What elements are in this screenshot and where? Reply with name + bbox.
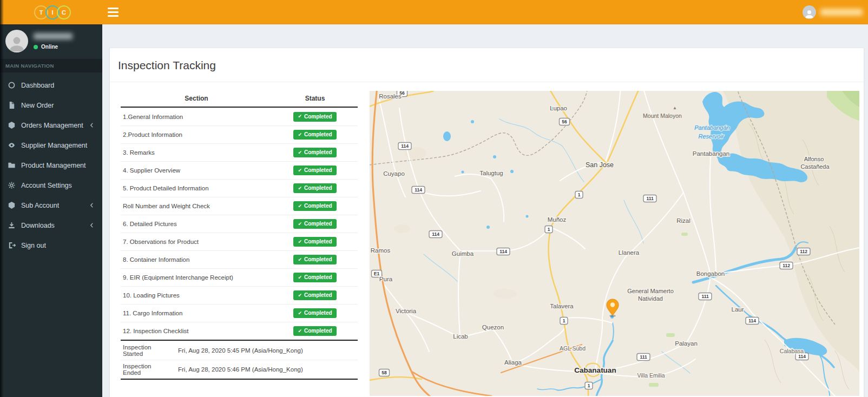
table-row: 7. Observations for Product✔Completed bbox=[121, 233, 358, 250]
table-row: 4. Supplier Overview✔Completed bbox=[121, 161, 358, 179]
status-badge: ✔Completed bbox=[293, 326, 336, 336]
map-label-pura: Pura bbox=[379, 276, 393, 282]
sidebar-menu: DashboardNew OrderOrders ManagementSuppl… bbox=[0, 72, 102, 255]
folder-icon bbox=[8, 161, 16, 169]
section-cell: 1.General Information bbox=[121, 114, 272, 120]
map-label-natividad: Natividad bbox=[638, 295, 663, 302]
check-icon: ✔ bbox=[298, 275, 302, 280]
peak-triangle-icon: ▲ bbox=[673, 105, 677, 110]
table-row: 5. Product Detailed Information✔Complete… bbox=[121, 179, 358, 197]
map-label-quezon: Quezon bbox=[482, 324, 504, 330]
svg-text:114: 114 bbox=[798, 354, 806, 359]
route-shield-111: 111 bbox=[643, 195, 656, 202]
gear-icon bbox=[8, 181, 16, 189]
sidebar-item-downloads[interactable]: Downloads bbox=[0, 215, 102, 235]
svg-text:114: 114 bbox=[401, 143, 409, 149]
table-header-row: Section Status bbox=[121, 91, 358, 108]
svg-text:112: 112 bbox=[800, 249, 807, 254]
map-label-muñoz: Muñoz bbox=[548, 216, 567, 223]
svg-text:111: 111 bbox=[640, 354, 647, 360]
sidebar-item-supplier-management[interactable]: Supplier Management bbox=[0, 135, 102, 155]
route-shield-1: 1 bbox=[545, 226, 553, 233]
table-row: 3. Remarks✔Completed bbox=[121, 143, 358, 161]
route-shield-1: 1 bbox=[560, 317, 568, 325]
section-cell: 2.Product Information bbox=[121, 131, 272, 138]
sidebar-item-orders-management[interactable]: Orders Management bbox=[0, 115, 102, 135]
svg-text:1: 1 bbox=[578, 192, 581, 197]
logo-letter-c: C bbox=[57, 5, 71, 19]
check-icon: ✔ bbox=[298, 114, 302, 119]
svg-text:56: 56 bbox=[562, 119, 567, 124]
brand-logo[interactable]: TIC bbox=[0, 0, 102, 24]
check-icon: ✔ bbox=[298, 221, 302, 227]
chevron-left-icon bbox=[89, 122, 95, 128]
cube-icon bbox=[8, 121, 16, 129]
sidebar-item-sub-account[interactable]: Sub Account bbox=[0, 195, 102, 215]
sidebar-username-blurred bbox=[34, 33, 73, 39]
sidebar-item-new-order[interactable]: New Order bbox=[0, 95, 102, 115]
status-badge: ✔Completed bbox=[293, 183, 336, 193]
map-label-aliaga: Aliaga bbox=[504, 359, 522, 366]
page-title: Inspection Tracking bbox=[118, 59, 864, 72]
status-badge: ✔Completed bbox=[293, 273, 336, 282]
column-header-section: Section bbox=[121, 95, 272, 102]
svg-text:1: 1 bbox=[588, 383, 590, 388]
map-label-castañeda: Castañeda bbox=[800, 163, 830, 170]
route-shield-114: 114 bbox=[497, 248, 510, 255]
section-cell: 5. Product Detailed Information bbox=[121, 185, 272, 191]
inspection-time-row: Inspection EndedFri, Aug 28, 2020 5:46 P… bbox=[121, 360, 358, 379]
svg-text:1: 1 bbox=[563, 318, 565, 323]
table-row: 12. Inspection Checklist✔Completed bbox=[121, 322, 358, 340]
sidebar-item-label: Sub Account bbox=[21, 202, 83, 209]
inspection-time-row: Inspection StartedFri, Aug 28, 2020 5:45… bbox=[121, 341, 358, 360]
card-header: Inspection Tracking bbox=[110, 48, 864, 82]
route-shield-114: 114 bbox=[412, 187, 425, 194]
chevron-left-icon bbox=[89, 222, 95, 228]
sidebar-item-sign-out[interactable]: Sign out bbox=[0, 235, 102, 255]
route-shield-114: 114 bbox=[398, 143, 411, 150]
sidebar-item-account-settings[interactable]: Account Settings bbox=[0, 175, 102, 195]
section-cell: 10. Loading Pictures bbox=[121, 292, 272, 299]
map-label-calabasa: Calabasa bbox=[780, 348, 804, 354]
svg-text:112: 112 bbox=[782, 263, 790, 268]
inspection-sections-table: Section Status 1.General Information✔Com… bbox=[121, 91, 358, 380]
status-badge: ✔Completed bbox=[293, 201, 336, 211]
map-label-cabanatuan: Cabanatuan bbox=[574, 366, 616, 374]
table-row: 2.Product Information✔Completed bbox=[121, 125, 358, 143]
svg-text:114: 114 bbox=[415, 187, 422, 193]
signout-icon bbox=[8, 241, 16, 249]
inspection-times-block: Inspection StartedFri, Aug 28, 2020 5:45… bbox=[121, 340, 358, 380]
sidebar-item-label: Downloads bbox=[21, 222, 83, 229]
sidebar-item-product-management[interactable]: Product Management bbox=[0, 155, 102, 175]
map-label-villa-emilia: Villa Emilia bbox=[637, 372, 665, 379]
status-badge: ✔Completed bbox=[293, 290, 336, 300]
section-cell: 3. Remarks bbox=[121, 149, 272, 156]
map-label-pantabangán: Pantabangán bbox=[694, 124, 729, 131]
section-cell: 6. Detailed Pictures bbox=[121, 221, 272, 227]
navbar-user-menu[interactable] bbox=[803, 0, 863, 24]
sidebar-item-dashboard[interactable]: Dashboard bbox=[0, 75, 102, 95]
sidebar-item-label: Product Management bbox=[21, 162, 95, 169]
check-icon: ✔ bbox=[298, 186, 302, 191]
online-status-dot bbox=[34, 45, 38, 49]
chevron-left-icon bbox=[89, 202, 95, 208]
sidebar-toggle-hamburger-icon[interactable] bbox=[108, 8, 119, 17]
time-label: Inspection Started bbox=[121, 344, 168, 357]
route-shield-111: 111 bbox=[637, 354, 650, 361]
online-status-label: Online bbox=[41, 44, 58, 50]
route-shield-111: 111 bbox=[699, 293, 712, 300]
status-badge: ✔Completed bbox=[293, 237, 336, 247]
map-label-victoria: Victoria bbox=[396, 308, 417, 314]
section-cell: 12. Inspection Checklist bbox=[121, 328, 272, 334]
table-row: 8. Container Information✔Completed bbox=[121, 250, 358, 268]
svg-text:111: 111 bbox=[646, 196, 654, 201]
route-shield-1: 1 bbox=[585, 382, 593, 389]
download-icon bbox=[8, 221, 16, 229]
route-shield-112: 112 bbox=[780, 262, 793, 269]
inspection-location-map[interactable]: 561145611411111114114112112E111111145811… bbox=[370, 91, 859, 396]
check-icon: ✔ bbox=[298, 168, 302, 173]
dashboard-icon bbox=[8, 81, 16, 89]
check-icon: ✔ bbox=[298, 257, 302, 262]
map-label-reservoir: Reservoir bbox=[698, 133, 724, 140]
table-row: 9. EIR (Equipment Interchange Receipt)✔C… bbox=[121, 268, 358, 286]
